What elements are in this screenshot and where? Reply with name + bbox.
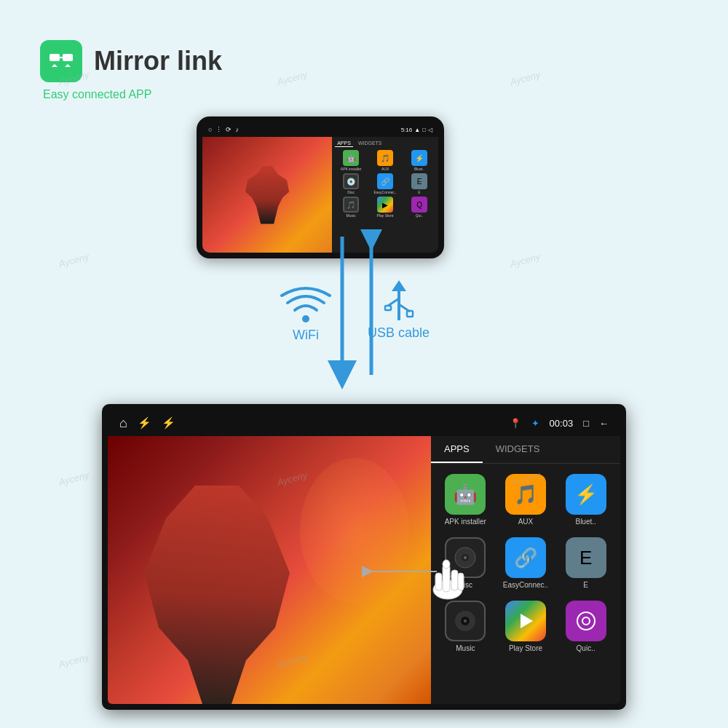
svg-rect-26 xyxy=(458,573,464,590)
car-bt-label: Bluet.. xyxy=(575,518,596,526)
svg-rect-8 xyxy=(407,311,413,317)
aux-label: AUX xyxy=(381,167,389,171)
phone-time: 5:16 xyxy=(401,127,413,133)
phone-status-left: ○ ⋮ ⟳ ♪ xyxy=(208,126,239,133)
mirror-link-svg xyxy=(48,48,74,74)
phone-back-icon: ◁ xyxy=(428,127,432,133)
quick-label: Qui.. xyxy=(416,213,424,218)
car-back-icon: ← xyxy=(599,418,609,429)
mirror-link-icon xyxy=(40,40,82,82)
list-item[interactable]: 🎵 AUX xyxy=(369,150,401,171)
car-status-bar: ⌂ ⚡ ⚡ 📍 ✦ 00:03 □ ← xyxy=(108,410,620,436)
list-item[interactable]: Quic.. xyxy=(557,596,614,657)
page-title: Mirror link xyxy=(94,46,222,76)
car-bt-app-icon: ⚡ xyxy=(566,474,606,515)
car-easy-label: EasyConnec.. xyxy=(503,581,548,589)
e-label: E xyxy=(418,190,420,194)
svg-rect-24 xyxy=(451,570,458,590)
svg-line-5 xyxy=(388,298,399,306)
list-item[interactable]: Play Store xyxy=(497,596,555,657)
phone-video-area xyxy=(202,137,332,253)
car-e-label: E xyxy=(583,581,588,589)
list-item[interactable]: ▶ Play Store xyxy=(369,197,401,218)
watermark-5: Ayceny xyxy=(509,251,542,269)
list-item[interactable]: 🤖 APK installer xyxy=(335,150,367,171)
phone-tab-widgets[interactable]: WIDGETS xyxy=(356,140,384,147)
list-item[interactable]: 🔗 EasyConnec.. xyxy=(497,533,555,593)
phone-screen: ○ ⋮ ⟳ ♪ 5:16 ▲ □ ◁ APPS WIDGETS xyxy=(202,122,438,253)
car-apk-icon: 🤖 xyxy=(445,474,486,515)
car-home-icon: ⌂ xyxy=(119,416,127,431)
list-item[interactable]: Music xyxy=(437,596,494,657)
list-item[interactable]: 🎵 Music xyxy=(335,197,367,218)
phone-status-right: 5:16 ▲ □ ◁ xyxy=(401,127,432,133)
music-svg xyxy=(454,609,477,633)
phone-content: APPS WIDGETS 🤖 APK installer 🎵 AUX ⚡ Blu… xyxy=(202,137,438,253)
play-store-svg xyxy=(515,611,536,631)
car-location-icon: 📍 xyxy=(510,418,521,429)
svg-point-21 xyxy=(582,617,590,625)
list-item[interactable]: 🤖 APK installer xyxy=(437,470,494,530)
usb-symbol xyxy=(381,277,417,324)
car-e-icon: E xyxy=(566,537,606,578)
phone-device: ○ ⋮ ⟳ ♪ 5:16 ▲ □ ◁ APPS WIDGETS xyxy=(197,116,444,258)
phone-app-grid: 🤖 APK installer 🎵 AUX ⚡ Bluet.. 💿 Disc xyxy=(335,150,435,218)
svg-point-18 xyxy=(464,620,467,622)
list-item[interactable]: ⚡ Bluet.. xyxy=(403,150,435,171)
finger-cursor-svg xyxy=(430,550,473,601)
list-item[interactable]: 💿 Disc xyxy=(335,173,367,194)
bluetooth-icon: ⚡ xyxy=(411,150,427,166)
header-subtitle: Easy connected APP xyxy=(43,88,222,101)
usb-label: USB cable xyxy=(368,325,430,341)
music-icon: 🎵 xyxy=(343,197,359,213)
car-tab-widgets[interactable]: WIDGETS xyxy=(483,436,553,463)
music-label: Music xyxy=(347,213,356,218)
wifi-section: WiFi xyxy=(280,284,331,343)
phone-menu-icon: ⋮ xyxy=(215,126,222,133)
car-quick-label: Quic.. xyxy=(577,644,596,652)
car-apk-label: APK installer xyxy=(445,518,486,526)
play-store-label-phone: Play Store xyxy=(377,213,394,218)
list-item[interactable]: ⚡ Bluet.. xyxy=(557,470,614,530)
list-item[interactable]: Q Qui.. xyxy=(403,197,435,218)
car-easy-icon: 🔗 xyxy=(505,537,546,578)
apk-installer-icon: 🤖 xyxy=(343,150,359,166)
car-tabs: APPS WIDGETS xyxy=(431,436,620,464)
wifi-label: WiFi xyxy=(293,328,319,343)
car-aux-icon: 🎵 xyxy=(505,474,546,515)
car-usb-icon-1: ⚡ xyxy=(138,416,151,430)
svg-rect-1 xyxy=(63,54,73,61)
play-store-icon-phone: ▶ xyxy=(377,197,393,213)
easyconnect-icon: 🔗 xyxy=(377,173,393,189)
phone-signal-icon: ▲ xyxy=(414,127,420,133)
list-item[interactable]: E E xyxy=(557,533,614,593)
svg-marker-19 xyxy=(521,614,533,628)
phone-apps-panel: APPS WIDGETS 🤖 APK installer 🎵 AUX ⚡ Blu… xyxy=(332,137,438,253)
header-section: Mirror link Easy connected APP xyxy=(40,40,222,101)
list-item[interactable]: 🔗 EasyConnec.. xyxy=(369,173,401,194)
phone-video-hero xyxy=(245,166,289,224)
car-music-label: Music xyxy=(456,644,475,652)
svg-rect-0 xyxy=(50,54,60,61)
disc-icon: 💿 xyxy=(343,173,359,189)
phone-status-bar: ○ ⋮ ⟳ ♪ 5:16 ▲ □ ◁ xyxy=(202,122,438,137)
car-status-right: 📍 ✦ 00:03 □ ← xyxy=(510,418,609,429)
car-video-hero xyxy=(144,486,290,704)
list-item[interactable]: E E xyxy=(403,173,435,194)
phone-home-icon: ○ xyxy=(208,126,212,133)
car-tab-apps[interactable]: APPS xyxy=(431,436,483,463)
watermark-4: Ayceny xyxy=(58,251,90,269)
watermark-6: Ayceny xyxy=(58,470,90,488)
phone-rotate-icon: ⟳ xyxy=(226,126,232,133)
car-quick-icon xyxy=(566,601,606,641)
phone-tabs: APPS WIDGETS xyxy=(335,140,435,147)
phone-tab-apps[interactable]: APPS xyxy=(335,140,353,147)
car-aux-label: AUX xyxy=(518,518,534,526)
wifi-symbol xyxy=(280,284,331,324)
quick-icon: Q xyxy=(411,197,427,213)
svg-rect-25 xyxy=(435,573,442,590)
list-item[interactable]: 🎵 AUX xyxy=(497,470,555,530)
car-time: 00:03 xyxy=(550,418,574,429)
car-screen-icon: □ xyxy=(583,418,589,429)
car-bt-icon: ✦ xyxy=(531,418,539,429)
